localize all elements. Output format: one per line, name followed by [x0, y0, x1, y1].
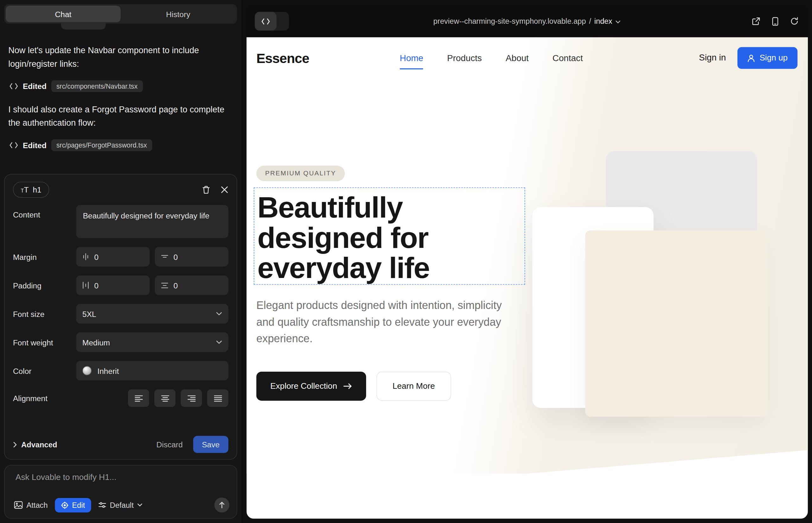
prompt-input[interactable]: Ask Lovable to modify H1...	[12, 473, 230, 482]
chevron-down-icon	[615, 20, 621, 23]
prompt-composer: Ask Lovable to modify H1... Attach Edit	[4, 465, 237, 519]
delete-element-button[interactable]	[202, 185, 210, 194]
code-icon	[9, 142, 18, 148]
align-right-button[interactable]	[181, 390, 202, 407]
align-center-button[interactable]	[154, 390, 175, 407]
hero-cta-group: Explore Collection Learn More	[256, 372, 451, 401]
align-left-icon	[134, 395, 142, 401]
margin-y-icon	[161, 253, 169, 260]
selected-element-outline[interactable]: Beautifully designed for everyday life	[254, 187, 525, 285]
premium-quality-badge: PREMIUM QUALITY	[256, 166, 345, 181]
browser-toolbar: preview--charming-site-symphony.lovable.…	[246, 5, 808, 37]
close-icon	[221, 186, 229, 194]
align-justify-button[interactable]	[207, 390, 228, 407]
url-host: preview--charming-site-symphony.lovable.…	[433, 17, 586, 25]
nav-link-home[interactable]: Home	[400, 53, 423, 69]
file-chip[interactable]: src/pages/ForgotPassword.tsx	[51, 139, 152, 151]
truncated-chip	[61, 23, 106, 30]
save-button[interactable]: Save	[193, 436, 229, 453]
code-view-button[interactable]	[255, 12, 277, 31]
alignment-label: Alignment	[13, 394, 76, 403]
preview-browser: preview--charming-site-symphony.lovable.…	[246, 5, 808, 519]
site-navbar: Essence Home Products About Contact Sign…	[246, 37, 808, 83]
font-weight-label: Font weight	[13, 338, 76, 347]
code-icon	[9, 83, 18, 89]
sidebar-tabs: Chat History	[4, 4, 237, 24]
chat-message: Now let's update the Navbar component to…	[8, 43, 233, 71]
mobile-icon	[772, 17, 778, 26]
sign-in-link[interactable]: Sign in	[699, 53, 726, 63]
edited-label: Edited	[23, 141, 47, 149]
edit-target-icon	[61, 502, 68, 509]
color-label: Color	[13, 366, 76, 375]
alignment-buttons	[76, 390, 228, 407]
image-attach-icon	[14, 501, 23, 509]
arrow-right-icon	[343, 383, 352, 390]
margin-y-input[interactable]: 0	[155, 247, 228, 267]
content-input[interactable]: Beautifully designed for everyday life	[76, 205, 228, 238]
user-icon	[747, 54, 755, 62]
padding-x-input[interactable]: 0	[76, 275, 149, 295]
refresh-icon	[790, 17, 798, 25]
padding-label: Padding	[13, 281, 76, 290]
tab-chat[interactable]: Chat	[6, 6, 121, 22]
sliders-icon	[99, 502, 106, 508]
align-justify-icon	[214, 395, 222, 401]
sign-up-button[interactable]: Sign up	[737, 47, 797, 69]
file-chip[interactable]: src/components/Navbar.tsx	[51, 80, 143, 92]
edited-label: Edited	[23, 82, 47, 91]
advanced-toggle[interactable]: Advanced	[13, 440, 57, 449]
padding-y-input[interactable]: 0	[155, 275, 228, 295]
send-button[interactable]	[214, 497, 229, 512]
font-weight-select[interactable]: Medium	[76, 332, 228, 352]
hero-heading[interactable]: Beautifully designed for everyday life	[258, 192, 519, 283]
edited-file-row: Edited src/pages/ForgotPassword.tsx	[9, 139, 233, 151]
align-center-icon	[161, 395, 169, 401]
nav-link-contact[interactable]: Contact	[553, 53, 583, 69]
send-arrow-icon	[219, 502, 225, 508]
margin-x-input[interactable]: 0	[76, 247, 149, 267]
open-external-button[interactable]	[752, 17, 760, 25]
app-window: Chat History Now let's update the Navbar…	[0, 0, 812, 523]
align-left-button[interactable]	[128, 390, 149, 407]
element-tag: h1	[33, 185, 41, 194]
nav-link-about[interactable]: About	[506, 53, 529, 69]
explore-collection-button[interactable]: Explore Collection	[256, 372, 366, 401]
chevron-down-icon	[216, 311, 222, 315]
element-editor-panel: TT h1	[4, 174, 237, 460]
site-preview: Essence Home Products About Contact Sign…	[246, 37, 808, 519]
external-link-icon	[752, 17, 760, 25]
url-separator: /	[589, 17, 591, 25]
hero-paragraph: Elegant products designed with intention…	[256, 297, 509, 347]
content-label: Content	[13, 205, 76, 219]
learn-more-button[interactable]: Learn More	[376, 372, 451, 401]
mobile-preview-button[interactable]	[772, 17, 778, 26]
text-size-icon: TT	[21, 185, 29, 194]
margin-x-icon	[82, 253, 89, 260]
chevron-right-icon	[13, 441, 17, 448]
attach-button[interactable]: Attach	[12, 498, 50, 512]
chevron-down-icon	[216, 340, 222, 344]
margin-label: Margin	[13, 252, 76, 261]
padding-y-icon	[161, 282, 169, 288]
font-size-label: Font size	[13, 309, 76, 318]
model-default-dropdown[interactable]: Default	[96, 498, 144, 512]
padding-x-icon	[82, 282, 89, 289]
tab-history[interactable]: History	[121, 6, 236, 22]
chat-messages: Now let's update the Navbar component to…	[8, 43, 233, 161]
edited-file-row: Edited src/components/Navbar.tsx	[9, 80, 233, 92]
nav-link-products[interactable]: Products	[447, 53, 482, 69]
color-swatch	[82, 366, 91, 375]
site-logo[interactable]: Essence	[256, 51, 309, 67]
font-size-select[interactable]: 5XL	[76, 304, 228, 324]
url-page: index	[594, 17, 612, 25]
selected-element-pill[interactable]: TT h1	[13, 182, 49, 198]
chat-message: I should also create a Forgot Password p…	[8, 102, 233, 129]
edit-mode-button[interactable]: Edit	[55, 498, 91, 512]
refresh-button[interactable]	[790, 17, 798, 25]
close-panel-button[interactable]	[221, 186, 229, 194]
discard-button[interactable]: Discard	[151, 436, 188, 453]
color-select[interactable]: Inherit	[76, 361, 228, 381]
nav-links: Home Products About Contact	[400, 53, 583, 69]
url-bar[interactable]: preview--charming-site-symphony.lovable.…	[433, 17, 621, 25]
